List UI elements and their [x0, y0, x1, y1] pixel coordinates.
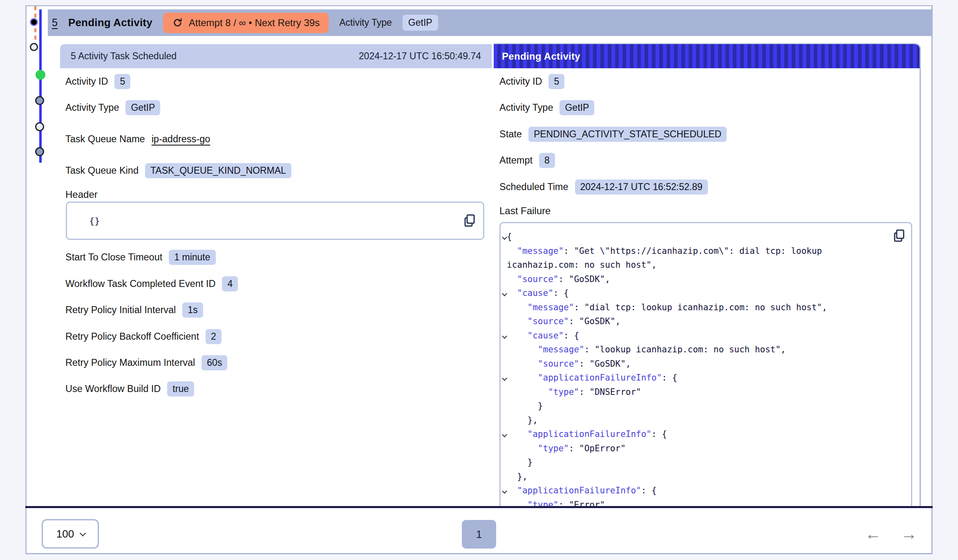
copy-icon[interactable] [893, 229, 905, 243]
timeline-event-dot-green[interactable] [36, 70, 45, 80]
field-row: Start To Close Timeout1 minute [65, 246, 216, 268]
code-line: "type": "OpError" [501, 441, 911, 456]
code-line: "message": "Get \"https://icanhazip.com\… [501, 244, 911, 258]
event-detail-timestamp: 2024-12-17 UTC 16:50:49.74 [359, 51, 481, 62]
field-value-badge: 8 [539, 153, 555, 168]
page-size-select[interactable]: 100 [42, 519, 99, 549]
activity-type-badge: GetIP [403, 15, 438, 31]
header-section-label: Header [65, 189, 98, 200]
event-row[interactable]: 5 Pending Activity Attempt 8 / ∞ • Next … [48, 9, 932, 36]
field-label: Scheduled Time [499, 181, 569, 193]
field-label: State [499, 129, 522, 140]
header-code-value: {} [89, 216, 100, 226]
field-label: Retry Policy Backoff Coefficient [65, 331, 199, 342]
event-detail-fields: Activity ID5Activity TypeGetIPTask Queue… [60, 68, 492, 416]
field-value-badge: 5 [114, 74, 130, 89]
field-row: Task Queue Nameip-address-go [65, 128, 210, 150]
previous-page-arrow-icon[interactable]: ← [859, 524, 887, 544]
code-line: "type": "DNSError" [501, 385, 911, 399]
timeline-pending-marker-icon[interactable] [30, 18, 38, 26]
last-failure-label: Last Failure [499, 205, 551, 217]
field-value-badge: GetIP [125, 100, 160, 115]
code-line: "applicationFailureInfo": { [501, 371, 911, 385]
chevron-down-icon [80, 530, 86, 536]
copy-icon[interactable] [463, 214, 476, 228]
field-value-badge: 60s [201, 355, 227, 370]
collapse-chevron-icon[interactable] [502, 291, 507, 296]
event-id-link[interactable]: 5 [52, 17, 58, 29]
activity-type-label: Activity Type [339, 17, 392, 28]
field-row: Activity ID5 [65, 70, 130, 92]
field-value-badge: PENDING_ACTIVITY_STATE_SCHEDULED [528, 127, 727, 142]
header-code-block: {} [66, 202, 484, 240]
field-label: Activity Type [65, 102, 119, 113]
field-row: Scheduled Time2024-12-17 UTC 16:52:52.89 [499, 176, 708, 198]
field-label: Retry Policy Maximum Interval [65, 357, 195, 368]
code-line: "source": "GoSDK", [501, 272, 911, 287]
collapse-chevron-icon[interactable] [502, 432, 507, 437]
collapse-chevron-icon[interactable] [502, 376, 507, 381]
field-label: Use Workflow Build ID [65, 383, 161, 394]
field-label: Workflow Task Completed Event ID [65, 278, 215, 289]
field-row: StatePENDING_ACTIVITY_STATE_SCHEDULED [499, 123, 727, 145]
event-detail-title: 5 Activity Task Scheduled [71, 51, 177, 62]
field-label: Task Queue Name [65, 134, 145, 145]
last-failure-code-lines: { "message": "Get \"https://icanhazip.co… [501, 230, 911, 508]
code-line: { [501, 230, 911, 244]
event-name: Pending Activity [68, 16, 152, 29]
code-line: icanhazip.com: no such host", [501, 258, 911, 272]
next-page-arrow-icon[interactable]: → [895, 524, 923, 544]
field-row: Retry Policy Backoff Coefficient2 [65, 325, 222, 347]
pending-activity-fields: Activity ID5Activity TypeGetIPStatePENDI… [494, 68, 919, 232]
field-label: Attempt [499, 155, 533, 166]
field-value-badge: true [167, 381, 194, 396]
field-row: Activity TypeGetIP [499, 96, 594, 119]
code-line: }, [501, 413, 911, 428]
pending-activity-header: Pending Activity [494, 44, 920, 68]
field-value-badge: 2 [206, 329, 222, 344]
page-number-button[interactable]: 1 [462, 520, 496, 549]
workflow-history-page: 5 Pending Activity Attempt 8 / ∞ • Next … [0, 0, 958, 560]
collapse-chevron-icon[interactable] [502, 334, 507, 339]
pending-activity-title: Pending Activity [502, 51, 580, 62]
code-line: } [501, 455, 911, 470]
code-line: "message": "lookup icanhazip.com: no suc… [501, 343, 911, 357]
code-line: }, [501, 470, 911, 484]
retry-badge: Attempt 8 / ∞ • Next Retry 39s [163, 13, 329, 33]
collapse-chevron-icon[interactable] [502, 235, 507, 240]
field-row: Retry Policy Initial Interval1s [65, 299, 203, 321]
field-value-badge: 1 minute [169, 250, 215, 265]
field-value-badge: 5 [548, 74, 564, 89]
field-label: Start To Close Timeout [65, 252, 162, 263]
code-line: "cause": { [501, 329, 911, 343]
field-row: Workflow Task Completed Event ID4 [65, 273, 238, 295]
code-line: } [501, 399, 911, 413]
timeline-event-dot[interactable] [30, 43, 38, 51]
event-detail-header: 5 Activity Task Scheduled 2024-12-17 UTC… [60, 44, 492, 68]
field-row: Activity ID5 [499, 70, 564, 92]
field-label: Task Queue Kind [65, 165, 139, 176]
timeline-event-dot[interactable] [35, 122, 44, 131]
code-line: "applicationFailureInfo": { [501, 427, 911, 441]
field-value-badge: TASK_QUEUE_KIND_NORMAL [145, 163, 291, 178]
timeline-event-dot[interactable] [35, 147, 44, 156]
last-failure-code-block: { "message": "Get \"https://icanhazip.co… [499, 222, 912, 508]
page-size-value: 100 [56, 528, 74, 540]
timeline-line [39, 9, 42, 163]
code-line: "message": "dial tcp: lookup icanhazip.c… [501, 300, 911, 315]
timeline-event-dot[interactable] [35, 96, 44, 105]
code-line: "source": "GoSDK", [501, 357, 911, 371]
footer-divider [25, 506, 933, 508]
code-line: "cause": { [501, 286, 911, 300]
field-label: Retry Policy Initial Interval [65, 305, 176, 316]
collapse-chevron-icon[interactable] [502, 488, 507, 494]
field-label: Activity ID [65, 76, 108, 87]
field-value-badge: GetIP [560, 100, 594, 115]
field-label: Activity Type [499, 102, 553, 113]
retry-badge-text: Attempt 8 / ∞ • Next Retry 39s [189, 17, 320, 29]
code-line: "applicationFailureInfo": { [501, 484, 911, 498]
field-label: Activity ID [499, 76, 542, 87]
retry-icon [172, 17, 183, 28]
field-row: Task Queue KindTASK_QUEUE_KIND_NORMAL [65, 159, 291, 181]
field-value-link[interactable]: ip-address-go [152, 134, 210, 145]
